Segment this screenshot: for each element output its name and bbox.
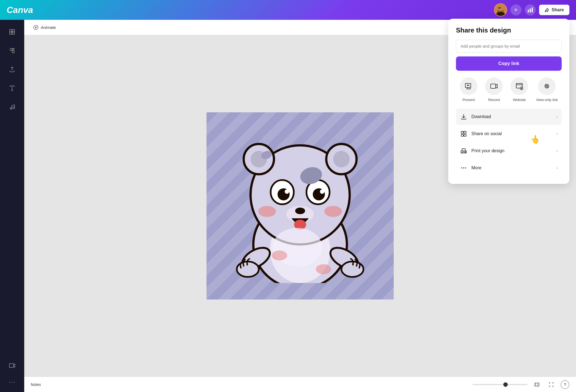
svg-rect-56 (461, 131, 463, 133)
fullscreen-button[interactable] (546, 380, 556, 390)
share-options-list: Download › Share on social › (456, 108, 562, 176)
svg-point-15 (13, 107, 15, 109)
stats-button[interactable] (525, 4, 536, 15)
sidebar-item-video[interactable] (3, 357, 21, 374)
present-label: Present (463, 98, 475, 102)
svg-rect-57 (464, 131, 466, 133)
svg-rect-16 (9, 364, 13, 368)
fit-page-button[interactable] (532, 380, 542, 390)
view-only-label: View-only link (536, 98, 558, 102)
notes-label: Notes (31, 382, 41, 387)
bear-illustration (226, 129, 374, 283)
share-icons-row: Present Record (456, 77, 562, 102)
zoom-thumb (503, 382, 508, 387)
more-chevron: › (556, 165, 558, 170)
svg-rect-4 (528, 10, 529, 12)
animate-button[interactable]: Animate (30, 23, 59, 32)
download-icon (460, 113, 468, 121)
view-only-icon-item[interactable]: View-only link (536, 77, 558, 102)
svg-rect-58 (461, 134, 463, 136)
svg-marker-13 (12, 48, 14, 50)
sidebar: ··· (0, 20, 24, 392)
svg-point-62 (465, 152, 466, 152)
header-right: + Share (494, 3, 569, 17)
record-label: Record (488, 98, 500, 102)
sidebar-item-templates[interactable] (3, 23, 21, 41)
header: Canva + Share (0, 0, 576, 20)
present-icon-circle (460, 77, 477, 95)
svg-rect-5 (530, 9, 531, 12)
avatar[interactable] (494, 3, 507, 17)
svg-rect-7 (10, 29, 12, 32)
svg-rect-6 (532, 7, 533, 12)
canva-logo[interactable]: Canva (7, 5, 33, 15)
sidebar-item-audio[interactable] (3, 98, 21, 116)
website-icon-circle (510, 77, 528, 95)
svg-point-44 (272, 251, 287, 260)
svg-point-32 (320, 189, 324, 194)
add-collaborator-button[interactable]: + (510, 4, 521, 15)
bottom-bar: Notes (24, 377, 576, 392)
svg-point-65 (465, 167, 466, 168)
more-icon (460, 164, 468, 172)
svg-rect-8 (12, 29, 15, 32)
view-only-icon-circle (538, 77, 556, 95)
copy-link-button[interactable]: Copy link (456, 56, 562, 71)
svg-rect-46 (535, 383, 539, 386)
svg-point-11 (10, 48, 12, 51)
website-icon-item[interactable]: Website (510, 77, 528, 102)
record-icon-circle (485, 77, 503, 95)
print-icon (460, 147, 468, 155)
svg-point-14 (10, 108, 12, 109)
download-chevron: › (556, 114, 558, 119)
print-chevron: › (556, 148, 558, 153)
email-input[interactable] (456, 40, 562, 53)
share-social-option[interactable]: Share on social › (456, 126, 562, 142)
svg-point-36 (258, 206, 276, 217)
sidebar-item-elements[interactable] (3, 42, 21, 59)
zoom-area: ? (472, 380, 569, 390)
sidebar-item-text[interactable] (3, 79, 21, 97)
svg-rect-12 (12, 51, 14, 53)
svg-point-63 (461, 167, 462, 168)
sidebar-more[interactable]: ··· (3, 375, 21, 389)
share-social-label: Share on social (471, 131, 553, 136)
svg-point-25 (333, 151, 350, 167)
share-button[interactable]: Share (539, 5, 569, 15)
zoom-slider-container (472, 384, 528, 385)
svg-marker-50 (467, 85, 470, 86)
help-button[interactable]: ? (561, 380, 569, 389)
print-option[interactable]: Print your design › (456, 143, 562, 159)
download-option[interactable]: Download › (456, 108, 562, 125)
svg-point-30 (285, 189, 289, 194)
share-panel-title: Share this design (456, 26, 562, 34)
present-icon-item[interactable]: Present (460, 77, 477, 102)
svg-rect-51 (491, 84, 496, 88)
svg-point-2 (498, 7, 503, 11)
svg-rect-53 (516, 83, 522, 85)
share-social-icon (460, 130, 468, 138)
svg-point-34 (295, 208, 305, 214)
zoom-slider[interactable] (472, 384, 528, 385)
svg-point-45 (316, 264, 331, 274)
svg-rect-9 (10, 32, 12, 34)
svg-point-18 (35, 27, 36, 28)
more-label: More (471, 165, 553, 170)
print-label: Print your design (471, 148, 553, 153)
download-label: Download (471, 114, 553, 119)
svg-point-64 (463, 167, 464, 168)
share-social-chevron: › (556, 131, 558, 136)
sidebar-item-uploads[interactable] (3, 61, 21, 78)
svg-rect-59 (464, 134, 466, 136)
main-layout: ··· Animate (0, 20, 576, 392)
design-canvas (207, 112, 394, 300)
svg-point-37 (324, 206, 342, 217)
animate-label: Animate (41, 25, 56, 30)
svg-rect-10 (12, 32, 15, 34)
website-label: Website (513, 98, 526, 102)
record-icon-item[interactable]: Record (485, 77, 503, 102)
more-option[interactable]: More › (456, 160, 562, 176)
svg-point-43 (273, 228, 322, 266)
share-panel: Share this design Copy link Present (448, 19, 569, 184)
